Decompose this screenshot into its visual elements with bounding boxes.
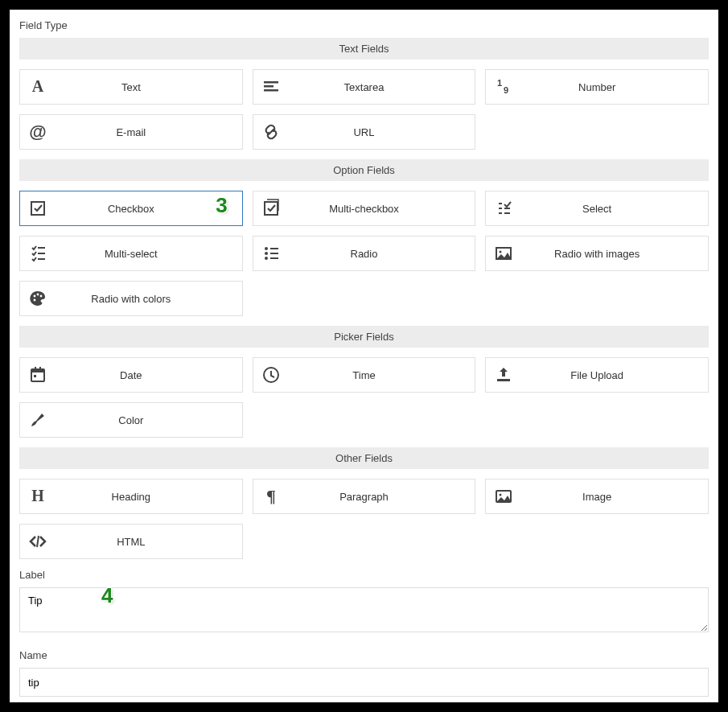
field-label: Text xyxy=(56,81,242,93)
field-text[interactable]: Text xyxy=(19,69,243,105)
field-label: Radio xyxy=(289,248,475,260)
group-picker-grid: Date Time File Upload Color xyxy=(19,357,709,438)
field-textarea[interactable]: Textarea xyxy=(253,69,476,105)
field-label: Multi-checkbox xyxy=(289,203,475,215)
name-field-label: Name xyxy=(19,649,709,661)
select-icon xyxy=(486,199,521,218)
field-label: E-mail xyxy=(56,126,242,138)
image-icon xyxy=(486,487,521,506)
group-text-grid: Text Textarea Number E-mail URL xyxy=(19,69,709,150)
label-field-label: Label xyxy=(19,569,709,581)
field-color[interactable]: Color xyxy=(19,402,243,438)
field-label: Radio with colors xyxy=(56,293,242,305)
field-radio[interactable]: Radio xyxy=(253,236,476,271)
image-radio-icon xyxy=(486,244,521,263)
field-label: File Upload xyxy=(521,369,708,381)
field-label: Radio with images xyxy=(521,248,708,260)
field-url[interactable]: URL xyxy=(253,114,476,150)
field-label: Paragraph xyxy=(289,491,475,503)
field-label: Select xyxy=(521,203,708,215)
clock-icon xyxy=(253,365,289,385)
field-label: Number xyxy=(521,81,708,93)
field-html[interactable]: HTML xyxy=(19,524,243,559)
field-radio-colors[interactable]: Radio with colors xyxy=(19,281,243,316)
field-image[interactable]: Image xyxy=(485,479,709,514)
letter-a-icon xyxy=(20,77,56,97)
field-radio-images[interactable]: Radio with images xyxy=(485,236,709,271)
group-header-option: Option Fields xyxy=(19,159,709,181)
group-header-picker: Picker Fields xyxy=(19,326,709,348)
pilcrow-icon xyxy=(253,487,289,506)
upload-icon xyxy=(486,365,521,385)
group-header-text: Text Fields xyxy=(19,38,709,60)
field-type-title: Field Type xyxy=(19,19,709,31)
label-input[interactable] xyxy=(19,587,709,632)
field-label: Date xyxy=(56,369,242,381)
field-select[interactable]: Select xyxy=(485,191,709,226)
field-multi-select[interactable]: Multi-select xyxy=(19,236,243,271)
letter-h-icon xyxy=(20,487,56,506)
field-time[interactable]: Time xyxy=(253,357,476,393)
field-label: Image xyxy=(521,491,708,503)
field-date[interactable]: Date xyxy=(19,357,243,393)
field-label: URL xyxy=(289,126,475,138)
calendar-icon xyxy=(20,365,56,385)
field-label: Textarea xyxy=(289,81,475,93)
brush-icon xyxy=(20,410,56,430)
group-header-other: Other Fields xyxy=(19,447,709,469)
field-paragraph[interactable]: Paragraph xyxy=(253,479,476,514)
group-option-grid: Checkbox 3 Multi-checkbox Select Multi-s… xyxy=(19,191,709,316)
code-icon xyxy=(20,532,56,551)
radio-list-icon xyxy=(253,244,289,263)
multi-checkbox-icon xyxy=(253,199,289,218)
align-left-icon xyxy=(253,77,289,97)
field-label: Heading xyxy=(56,491,242,503)
field-label: Multi-select xyxy=(56,248,242,260)
field-label: Checkbox xyxy=(56,203,242,215)
one-nine-icon xyxy=(486,77,521,97)
field-file-upload[interactable]: File Upload xyxy=(485,357,709,393)
field-label: Color xyxy=(56,414,242,426)
field-heading[interactable]: Heading xyxy=(19,479,243,514)
at-icon xyxy=(20,122,56,142)
field-label: Time xyxy=(289,369,475,381)
multi-select-icon xyxy=(20,244,56,263)
field-label: HTML xyxy=(56,536,242,548)
field-checkbox[interactable]: Checkbox 3 xyxy=(19,191,243,226)
group-other-grid: Heading Paragraph Image HTML xyxy=(19,479,709,559)
field-email[interactable]: E-mail xyxy=(19,114,243,150)
name-input[interactable] xyxy=(19,668,709,697)
field-multi-checkbox[interactable]: Multi-checkbox xyxy=(253,191,476,226)
palette-icon xyxy=(20,289,56,308)
link-icon xyxy=(253,122,289,142)
field-number[interactable]: Number xyxy=(485,69,709,105)
checkbox-icon xyxy=(20,199,56,218)
